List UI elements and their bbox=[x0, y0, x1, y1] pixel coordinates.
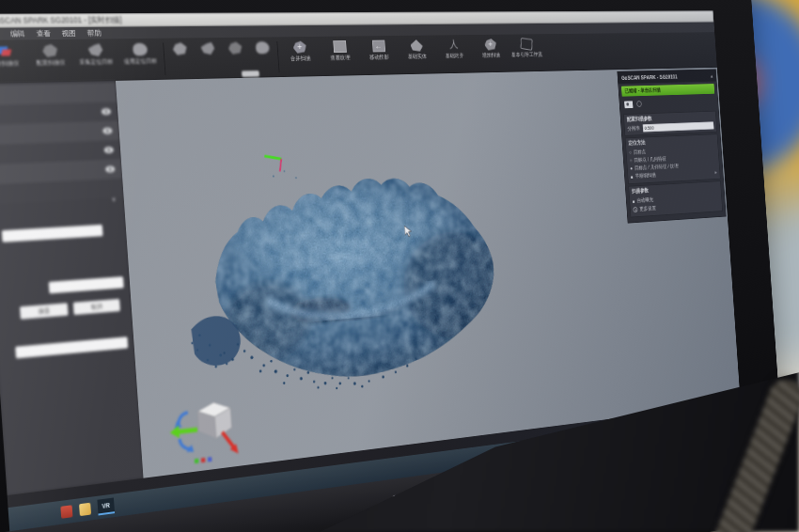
radio-icon: ○ bbox=[630, 158, 633, 163]
scan-mesh-icon bbox=[42, 44, 58, 57]
laptop: GoSCAN SPARK SG20101 - [实时扫描] 文件 编辑 查看 视… bbox=[0, 0, 788, 532]
tray-icon[interactable] bbox=[664, 429, 669, 435]
checkbox-checked-icon: ■ bbox=[633, 198, 635, 203]
accept-button[interactable]: 接受 bbox=[20, 303, 69, 320]
property-input-2[interactable] bbox=[48, 276, 124, 294]
origin-axis-marker bbox=[264, 155, 282, 172]
scan-views-group bbox=[165, 39, 278, 78]
tray-icon[interactable] bbox=[656, 430, 662, 436]
resolution-input[interactable]: 0.500 bbox=[642, 121, 713, 132]
tray-icon[interactable] bbox=[686, 426, 692, 432]
scan-view-button-2[interactable] bbox=[193, 39, 223, 77]
radio-selected-icon: ● bbox=[630, 165, 633, 170]
chevron-down-icon[interactable]: ▾ bbox=[112, 196, 116, 204]
scanner-panel: GoSCAN SPARK - SG20101 ▴ 已就绪 - 单击以扫描 配置扫… bbox=[617, 69, 726, 223]
window-title: GoSCAN SPARK SG20101 - [实时扫描] bbox=[0, 15, 122, 27]
toolbar-badge bbox=[242, 70, 259, 77]
tripod-icon: 人 bbox=[447, 39, 461, 52]
projection-icon: ← bbox=[371, 40, 384, 53]
taskbar-clock[interactable]: 10:47 2022/5/11 bbox=[719, 417, 736, 430]
scanner-panel-title: GoSCAN SPARK - SG20101 bbox=[621, 74, 678, 81]
taskbar-app-icon-red[interactable] bbox=[60, 505, 72, 518]
scan-blob-icon bbox=[133, 43, 148, 56]
target-icon[interactable] bbox=[636, 101, 642, 107]
tray-icon[interactable] bbox=[694, 425, 699, 431]
move-projection-button[interactable]: ← 移动投影 bbox=[358, 38, 400, 74]
ram-gauge-icon: ▮ bbox=[636, 417, 639, 423]
cancel-button[interactable]: 取消 bbox=[73, 299, 121, 316]
tray-icon[interactable] bbox=[709, 423, 714, 430]
basic-entities-button[interactable]: 基础实体 bbox=[397, 37, 437, 72]
guided-workflow-button[interactable]: 基本引导工作流 bbox=[508, 36, 545, 70]
scanner-toolbar-group: 校准扫描仪 配置扫描仪 采集定位目标 使用定位目标 bbox=[0, 40, 164, 82]
calibrate-scanner-button[interactable]: 校准扫描仪 bbox=[0, 41, 29, 82]
solid-icon bbox=[410, 39, 423, 52]
hp-logo: hp bbox=[389, 491, 411, 512]
texture-icon bbox=[333, 40, 347, 53]
menu-view[interactable]: 查看 bbox=[36, 28, 51, 39]
property-input-3[interactable] bbox=[15, 336, 129, 359]
mesh-icon bbox=[255, 41, 269, 54]
mesh-icon bbox=[227, 41, 242, 54]
workflow-icon bbox=[520, 38, 532, 51]
scan-params-section: 扫描参数 ■ 自动曝光 更多设置 bbox=[628, 180, 723, 217]
positioning-section: 定位方法 ○ 目标点 ○ 目标点 / 几何特征 ● 目标点 bbox=[625, 133, 721, 184]
scan-surface-icon bbox=[87, 43, 103, 56]
eye-icon[interactable] bbox=[102, 128, 113, 134]
radio-icon: ○ bbox=[629, 150, 632, 155]
view-orientation-widget[interactable] bbox=[165, 391, 244, 469]
menu-edit[interactable]: 编辑 bbox=[10, 28, 25, 39]
configure-scanner-button[interactable]: 配置扫描仪 bbox=[26, 41, 75, 81]
scanner-device-icon[interactable] bbox=[624, 101, 633, 108]
mesh-icon bbox=[172, 42, 187, 55]
scene-tree bbox=[0, 81, 124, 205]
tray-icon[interactable] bbox=[701, 424, 707, 430]
eye-icon[interactable] bbox=[104, 147, 115, 153]
add-scan-button[interactable]: + 增加扫描 bbox=[472, 36, 510, 70]
scan-view-button-1[interactable] bbox=[165, 39, 196, 78]
eye-icon[interactable] bbox=[105, 165, 116, 172]
acquire-targets-button[interactable]: 采集定位目标 bbox=[72, 40, 120, 80]
use-targets-button[interactable]: 使用定位目标 bbox=[118, 40, 164, 79]
vxelements-logo-icon bbox=[0, 44, 11, 57]
action-toolbar-group: + 合并扫描 查看纹理 ← 移动投影 基础实体 bbox=[279, 36, 546, 75]
scanner-panel-header[interactable]: GoSCAN SPARK - SG20101 ▴ bbox=[618, 70, 716, 84]
menu-display[interactable]: 视图 bbox=[62, 28, 77, 39]
scan-model bbox=[162, 121, 514, 408]
gear-icon bbox=[633, 207, 637, 212]
collapse-icon[interactable]: ▴ bbox=[711, 72, 713, 79]
tray-icon[interactable] bbox=[679, 427, 684, 433]
checkbox-icon: ■ bbox=[631, 174, 634, 179]
scanner-icons-row bbox=[619, 94, 718, 113]
add-scan-icon: + bbox=[484, 39, 496, 50]
tray-icon[interactable] bbox=[671, 428, 677, 434]
mouse-cursor bbox=[404, 226, 413, 238]
property-input-1[interactable] bbox=[2, 225, 103, 243]
view-texture-button[interactable]: 查看纹理 bbox=[319, 38, 361, 74]
properties-panel: ▾ 接受 取消 bbox=[0, 197, 144, 495]
resolution-label: 分辨率 bbox=[627, 125, 640, 133]
photo-scene: GoSCAN SPARK SG20101 - [实时扫描] 文件 编辑 查看 视… bbox=[0, 0, 799, 532]
basic-alignment-button[interactable]: 人 基础对齐 bbox=[434, 37, 474, 72]
config-section: 配置扫描参数 分辨率 0.500 bbox=[623, 111, 717, 136]
merge-scan-icon: + bbox=[292, 41, 306, 54]
vxelements-taskbar-icon[interactable]: VR bbox=[97, 497, 115, 515]
mesh-icon bbox=[200, 42, 215, 55]
eye-icon[interactable] bbox=[102, 108, 112, 115]
expand-arrow-icon[interactable]: ▸ bbox=[714, 169, 717, 176]
photos-app-icon[interactable] bbox=[79, 503, 91, 516]
menu-help[interactable]: 帮助 bbox=[86, 28, 101, 39]
merge-scans-button[interactable]: + 合并扫描 bbox=[279, 39, 322, 75]
